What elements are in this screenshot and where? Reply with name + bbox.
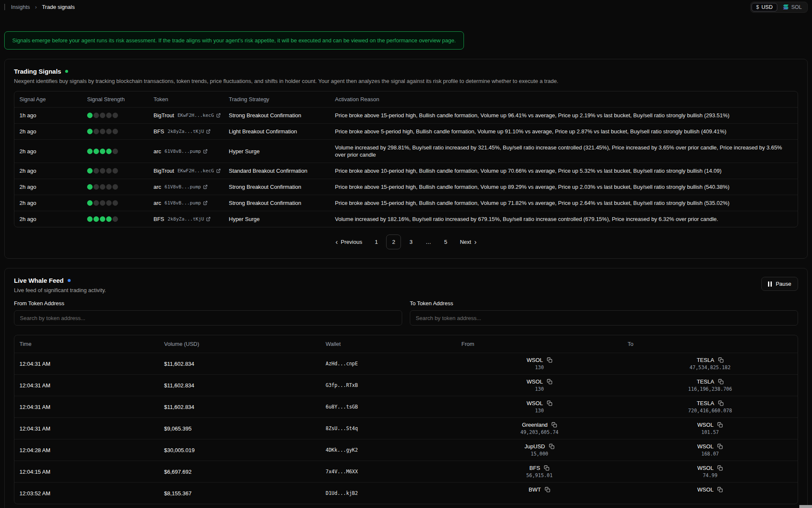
external-link-icon (216, 168, 221, 173)
token-address-text: 61V8vB...pump (165, 149, 201, 154)
breadcrumb-accent-bar (4, 4, 5, 10)
copy-icon[interactable] (717, 465, 723, 471)
signal-strength-dot (112, 216, 118, 222)
dollar-icon: $ (756, 4, 759, 10)
next-button[interactable]: Next › (455, 236, 480, 248)
token-name: BigTrout (154, 168, 174, 174)
token-address-link[interactable]: EKwF2H...kecG (178, 113, 221, 118)
activation-reason: Price broke above 10-period high, Bullis… (330, 163, 798, 179)
whale-trade-row: 12:04:31 AM $9,065.395 8ZsU...St4q Green… (14, 417, 798, 439)
pause-label: Pause (776, 281, 791, 287)
whale-feed-title-text: Live Whale Feed (14, 277, 64, 284)
copy-icon[interactable] (718, 379, 724, 384)
trading-strategy: Strong Breakout Confirmation (224, 179, 330, 194)
trade-volume: $6,697.692 (159, 461, 321, 482)
to-token-name: TESLA (697, 357, 714, 363)
col-token: Token (148, 91, 224, 107)
from-token-cell: BWT (456, 483, 623, 504)
from-token-search-input[interactable] (14, 310, 402, 326)
copy-icon[interactable] (551, 422, 557, 428)
token-address-link[interactable]: 61V8vB...pump (165, 200, 208, 206)
pause-button[interactable]: Pause (761, 277, 798, 291)
from-token-cell: BFS 56,915.01 (456, 461, 623, 482)
token-address-link[interactable]: EKwF2H...kecG (178, 168, 221, 174)
token-name: BFS (154, 128, 164, 135)
external-link-icon (203, 149, 208, 154)
from-token-amount: 56,915.01 (526, 472, 552, 478)
to-token-cell: TESLA 47,534,825.182 (623, 353, 798, 374)
copy-icon[interactable] (544, 465, 549, 471)
pagination-page-button[interactable]: 3 (403, 235, 418, 249)
breadcrumb: Insights › Trade signals (4, 4, 75, 10)
copy-icon[interactable] (547, 379, 552, 384)
token-cell: BFS 2k8yZa...tKjU (148, 212, 224, 226)
token-address-text: 2k8yZa...tKjU (167, 129, 204, 134)
to-token-cell: WSOL 74.99 (623, 461, 798, 482)
signal-strength-dot (112, 149, 118, 154)
signal-strength-dot (87, 168, 93, 174)
from-token-name: WSOL (527, 400, 543, 406)
to-token-amount: 101.57 (701, 429, 719, 435)
signal-strength-dot (100, 184, 105, 190)
copy-icon[interactable] (718, 357, 724, 363)
trade-volume: $8,155.367 (159, 483, 321, 504)
copy-icon[interactable] (547, 357, 552, 363)
signal-strength-meter (87, 168, 143, 174)
token-cell: BFS 2k8yZa...tKjU (148, 124, 224, 139)
signal-age: 2h ago (14, 212, 82, 226)
whale-feed-subtitle: Live feed of significant trading activit… (14, 287, 106, 293)
to-token-cell: TESLA 720,416,660.078 (623, 396, 798, 417)
signal-strength-dot (106, 168, 112, 174)
token-address-link[interactable]: 2k8yZa...tKjU (167, 129, 211, 134)
signal-strength-dot (106, 216, 112, 222)
copy-icon[interactable] (717, 487, 723, 492)
signal-age: 2h ago (14, 124, 82, 139)
trading-strategy: Standard Breakout Confirmation (224, 163, 330, 178)
to-token-cell: WSOL 101.57 (623, 418, 798, 439)
pagination-page-button[interactable]: … (421, 235, 436, 249)
pagination-page-button[interactable]: 5 (438, 235, 453, 249)
token-address-link[interactable]: 2k8yZa...tKjU (167, 216, 211, 222)
copy-icon[interactable] (545, 487, 550, 492)
signal-strength-dot (87, 129, 93, 134)
signals-table: Signal Age Signal Strength Token Trading… (14, 91, 798, 227)
token-name: arc (154, 184, 161, 190)
trade-volume: $11,602.834 (159, 396, 321, 417)
breadcrumb-item-trade-signals: Trade signals (42, 4, 75, 10)
whale-feed-card: Live Whale Feed Live feed of significant… (4, 268, 808, 508)
to-token-search-input[interactable] (410, 310, 798, 326)
breadcrumb-item-insights[interactable]: Insights (11, 4, 30, 10)
signal-strength-dot (93, 184, 99, 190)
from-token-cell: WSOL 130 (456, 396, 623, 417)
wallet-address: 7x4V...M6XX (321, 461, 456, 482)
activation-reason: Price broke above 15-period high, Bullis… (330, 195, 798, 211)
from-token-name: WSOL (527, 357, 543, 363)
signal-strength-dot (100, 129, 105, 134)
copy-icon[interactable] (718, 400, 724, 406)
trade-time: 12:04:31 AM (14, 375, 159, 396)
signal-strength-dot (93, 129, 99, 134)
wallet-address: G3fp...RTxB (321, 375, 456, 396)
token-address-text: EKwF2H...kecG (178, 113, 214, 118)
signal-strength-meter (87, 184, 143, 190)
copy-icon[interactable] (717, 444, 723, 449)
copy-icon[interactable] (717, 422, 723, 428)
scrollbar-thumb[interactable] (799, 505, 812, 508)
previous-button[interactable]: ‹ Previous (331, 236, 366, 248)
wallet-address: 4DKk...gyK2 (321, 439, 456, 461)
pagination-page-button[interactable]: 1 (369, 235, 384, 249)
pagination-page-button[interactable]: 2 (386, 235, 401, 249)
token-address-link[interactable]: 61V8vB...pump (165, 184, 208, 190)
signal-strength-dot (106, 129, 112, 134)
usd-toggle-button[interactable]: $ USD (752, 3, 777, 11)
sol-toggle-button[interactable]: SOL (778, 3, 807, 11)
signal-strength-dot (100, 200, 105, 206)
signal-row: 2h ago arc 61V8vB...pump Strong Breakout… (14, 195, 798, 211)
signal-age: 2h ago (14, 196, 82, 210)
signal-strength-meter (87, 113, 143, 118)
copy-icon[interactable] (547, 400, 552, 406)
token-address-link[interactable]: 61V8vB...pump (165, 149, 208, 154)
copy-icon[interactable] (549, 444, 554, 449)
external-link-icon (206, 217, 211, 221)
chevron-left-icon: ‹ (335, 240, 338, 244)
